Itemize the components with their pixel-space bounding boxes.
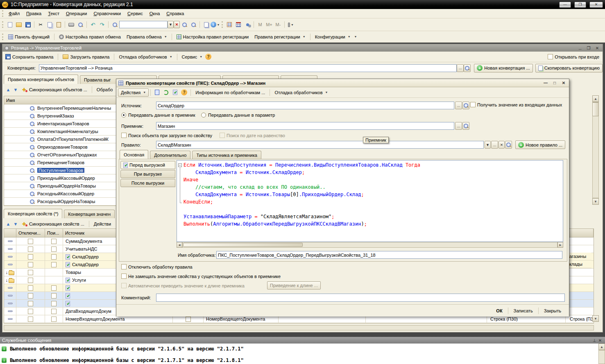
object-row[interactable]: ОплатаОтПокупателяПлатежнойК [4, 136, 118, 143]
child-restore-icon[interactable]: ❐ [585, 46, 592, 50]
new-document-icon[interactable] [5, 20, 14, 29]
disable-checkbox[interactable] [28, 301, 33, 306]
registration-rules-button[interactable]: Правила регистрации▼ [252, 33, 308, 41]
code-fold-icon[interactable]: − [178, 163, 182, 167]
sync-props-button[interactable]: Синхронизация свойств ... [19, 220, 87, 228]
menu-item-текст[interactable]: Текст [45, 10, 63, 17]
objects-more-button[interactable]: Обрабо [94, 86, 116, 93]
dialog-minimize-icon[interactable]: — [542, 81, 549, 85]
scroll-up-icon[interactable]: ▲ [592, 95, 599, 102]
tab-types[interactable]: Типы источника и приемника [192, 151, 261, 159]
undo-icon[interactable]: ↶ [88, 20, 97, 29]
disable-rule-checkbox[interactable] [121, 264, 127, 269]
memory-mplus-button[interactable]: M+ [265, 20, 274, 29]
tools-wrench-icon[interactable]: ▼ [286, 20, 295, 29]
panel-functions-button[interactable]: Панель функций [5, 33, 52, 41]
find-next-icon[interactable] [180, 20, 189, 29]
horizontal-scrollbar[interactable] [4, 325, 594, 330]
object-row[interactable]: ПоступлениеТоваров [4, 167, 118, 174]
new-conversion-button[interactable]: +Новая конвертация ... [474, 64, 532, 72]
search-checkbox[interactable] [51, 262, 57, 267]
child-close-icon[interactable]: ✕ [594, 46, 600, 50]
disable-checkbox[interactable] [28, 293, 33, 298]
child-minimize-icon[interactable]: ＿ [577, 45, 583, 51]
search-checkbox[interactable] [51, 317, 57, 322]
code-editor[interactable]: − Если Источник.ВидПоступления = Перечис… [177, 160, 563, 242]
code-text[interactable]: Если Источник.ВидПоступления = Перечисле… [184, 162, 562, 228]
menu-grip[interactable] [2, 10, 3, 17]
search-checkbox[interactable] [51, 239, 57, 244]
search-checkbox[interactable] [51, 254, 57, 260]
messages-scrollbar[interactable]: ▲ [598, 344, 605, 364]
open-on-login-option[interactable]: Открывать при входе [548, 54, 599, 59]
ok-button[interactable]: ОК [492, 307, 506, 314]
dialog-close-icon[interactable]: ✕ [560, 81, 567, 85]
disable2-checkbox[interactable] [186, 317, 191, 322]
menu-item-окна[interactable]: Окна [146, 10, 163, 17]
copy-icon[interactable] [45, 20, 54, 29]
debug-handlers-button[interactable]: Отладка обработчиков▼ [116, 53, 175, 61]
to-param-radio-circle[interactable] [201, 113, 206, 118]
rule-search-button[interactable] [505, 141, 512, 149]
source-choose-button[interactable]: ... [455, 102, 462, 109]
dialog-help-icon[interactable]: ? [181, 89, 187, 95]
search-checkbox[interactable] [51, 301, 57, 306]
move-up-icon[interactable]: ▲ [5, 86, 12, 93]
source-search-button[interactable] [462, 102, 469, 109]
registration-settings-button[interactable]: Настройка правил регистрации [174, 33, 252, 41]
menu-item-файл[interactable]: Файл [5, 10, 23, 17]
handlers-info-button[interactable]: Информация по обработчикам ... [193, 89, 268, 96]
scroll-down-icon[interactable]: ▼ [592, 198, 599, 205]
service-button[interactable]: Сервис▼ [179, 53, 206, 61]
menu-item-справочники[interactable]: Справочники [90, 10, 124, 17]
scroll-thumb[interactable] [592, 102, 599, 116]
disable-checkbox[interactable] [28, 262, 33, 267]
calendar-icon[interactable] [234, 20, 243, 29]
code-scroll-right-icon[interactable]: ► [557, 242, 563, 248]
toolbar-grip2[interactable] [222, 21, 223, 28]
receiver-choose-button[interactable]: ... [455, 122, 462, 130]
tab-property-conversion[interactable]: Конвертация свойств (*) [4, 209, 62, 218]
redo-icon[interactable]: ↷ [97, 20, 106, 29]
receiver-input[interactable] [156, 122, 454, 130]
disable-checkbox[interactable] [28, 239, 33, 244]
toolbar-grip[interactable] [2, 21, 3, 28]
disable-checkbox[interactable] [28, 254, 33, 260]
no-replace-checkbox[interactable] [121, 274, 127, 279]
functions-grip[interactable] [2, 34, 3, 40]
open-on-login-checkbox[interactable] [548, 54, 553, 59]
copy-special-icon[interactable] [202, 20, 211, 29]
tab-additional[interactable]: Дополнительно [150, 151, 190, 159]
receiver-search-button[interactable] [462, 122, 469, 130]
menu-item-операции[interactable]: Операции [63, 10, 90, 17]
conversion-input[interactable] [39, 64, 457, 72]
to-receiver-radio-circle[interactable] [121, 113, 126, 118]
exchange-rules-button[interactable]: Правила обмена▼ [124, 33, 170, 41]
props-col-search[interactable]: Пои... [45, 229, 63, 237]
stage-on-export[interactable]: При выгрузке [120, 170, 175, 178]
conversion-choose-button[interactable]: ... [457, 64, 464, 72]
add-handler-icon[interactable] [170, 88, 179, 97]
close-button-footer[interactable]: Закрыть [540, 307, 565, 314]
object-row[interactable]: ОтчетОРозничныхПродажах [4, 151, 118, 159]
source-input[interactable] [156, 102, 454, 109]
search-input[interactable] [119, 21, 168, 28]
to-receiver-radio[interactable]: Передавать данные в приемник [121, 113, 195, 118]
exchange-settings-button[interactable]: Настройка правил обмена [56, 33, 124, 41]
disable-rule-option[interactable]: Отключить обработку правила [121, 264, 193, 269]
copy-conversion-button[interactable]: Скопировать конвертацию [535, 64, 603, 72]
handler-name-input[interactable] [216, 251, 562, 259]
save-rules-button[interactable]: Сохранить правила [2, 53, 56, 61]
props-move-down-icon[interactable]: ▼ [12, 220, 19, 228]
search-checkbox[interactable] [51, 246, 57, 252]
configurations-button[interactable]: Конфигурации▼ [312, 33, 353, 41]
search-by-prop-option[interactable]: Поиск объекта при загрузке по свойству [121, 133, 212, 138]
disable-checkbox[interactable] [28, 309, 33, 314]
get-incoming-checkbox[interactable] [470, 102, 476, 107]
props-actions-button[interactable]: Действи [91, 220, 114, 228]
goto-handler-icon[interactable] [152, 88, 161, 97]
tab-object-conversion-rules[interactable]: Правила конвертации объектов [4, 75, 78, 84]
code-scroll-left-icon[interactable]: ◄ [177, 242, 182, 248]
dialog-actions-button[interactable]: Действия▼ [118, 88, 149, 97]
search-checkbox[interactable] [51, 309, 57, 314]
